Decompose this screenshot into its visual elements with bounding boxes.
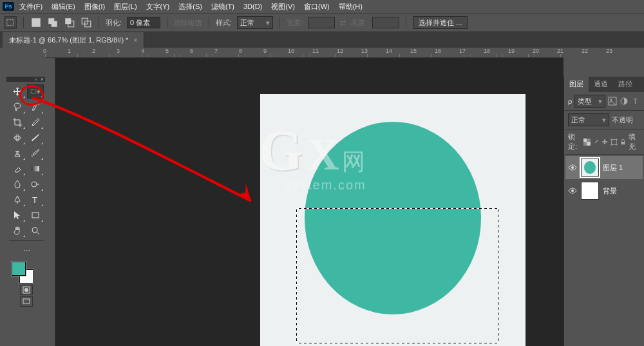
tab-title: 未标题-1 @ 66.7% (图层 1, RGB/8#) * [9,35,128,45]
tab-paths[interactable]: 路径 [613,77,638,92]
svg-point-30 [571,189,574,192]
dodge-tool[interactable] [27,177,44,191]
layer-name[interactable]: 图层 1 [603,163,640,173]
antialias-label: 消除锯齿 [174,18,202,28]
ps-logo: Ps [3,2,14,11]
type-tool[interactable]: T [27,193,44,207]
svg-rect-10 [14,137,21,139]
eyedropper-tool[interactable] [27,115,44,130]
new-selection-icon[interactable] [30,17,42,28]
tools-header[interactable]: «× [6,77,45,82]
style-label: 样式: [216,18,232,28]
svg-rect-3 [52,21,57,27]
quick-mask-row [9,285,44,295]
document-tab[interactable]: 未标题-1 @ 66.7% (图层 1, RGB/8#) * × [3,32,144,48]
feather-input[interactable]: 0 像素 [127,17,160,28]
spot-healing-tool[interactable] [9,131,26,145]
tab-channels[interactable]: 通道 [589,77,613,92]
layer-name[interactable]: 背景 [603,186,640,196]
svg-point-16 [32,227,37,233]
filter-kind-select[interactable]: 类型 [574,95,605,108]
options-bar: 羽化: 0 像素 消除锯齿 样式: 正常 宽度: ⇄ 高度: 选择并遮住 ... [0,13,644,32]
right-panel: 图层 通道 路径 ρ 类型 T 正常 不透明 锁定: 填充 图层 1 背景 [564,77,644,346]
document-canvas[interactable] [260,94,526,346]
lock-artboard-icon[interactable] [611,138,618,146]
rectangular-marquee-tool[interactable] [27,84,44,99]
history-brush-tool[interactable] [27,146,44,160]
svg-rect-15 [32,213,39,218]
gradient-tool[interactable] [27,162,44,176]
blend-mode-select[interactable]: 正常 [568,113,609,126]
layer-filter-row: ρ 类型 T [564,92,644,111]
hand-tool[interactable] [9,224,26,238]
fill-label: 填充 [629,132,640,151]
menu-filter[interactable]: 滤镜(T) [207,1,238,13]
path-selection-tool[interactable] [9,208,26,222]
height-label: 高度: [351,18,367,28]
svg-rect-19 [23,299,30,303]
edit-toolbar[interactable]: ⋯ [18,244,35,258]
layer-thumbnail[interactable] [581,182,599,200]
screen-mode-row [9,296,44,307]
zoom-tool[interactable] [27,224,44,238]
pen-tool[interactable] [9,193,26,207]
brush-tool[interactable] [27,131,44,145]
lasso-tool[interactable] [9,100,26,114]
menubar: Ps 文件(F) 编辑(E) 图像(I) 图层(L) 文字(Y) 选择(S) 滤… [0,0,644,13]
eraser-tool[interactable] [9,162,26,176]
tools-panel: T ⋯ [6,82,45,309]
layer-row-bg[interactable]: 背景 [565,179,643,202]
blend-mode-row: 正常 不透明 [564,111,644,130]
menu-window[interactable]: 窗口(W) [300,1,334,13]
crop-tool[interactable] [9,115,26,130]
svg-rect-8 [31,90,36,93]
marquee-rect-icon [6,18,15,27]
menu-help[interactable]: 帮助(H) [335,1,366,13]
menu-view[interactable]: 视图(V) [267,1,299,13]
quick-mask-toggle[interactable] [20,285,33,295]
intersect-selection-icon[interactable] [80,17,92,28]
filter-image-icon[interactable] [608,97,617,106]
blur-tool[interactable] [9,177,26,191]
tab-layers[interactable]: 图层 [564,77,589,92]
menu-edit[interactable]: 编辑(E) [48,1,79,13]
lock-transparency-icon[interactable] [583,138,591,146]
filter-type-icon[interactable]: T [631,97,640,106]
svg-text:T: T [32,195,37,205]
refine-edge-button[interactable]: 选择并遮住 ... [413,16,468,29]
lock-brush-icon[interactable] [592,138,600,146]
quick-selection-tool[interactable] [27,100,44,114]
layer-thumbnail[interactable] [581,159,599,177]
canvas-workspace[interactable] [55,58,564,346]
layers-list: 图层 1 背景 [564,155,644,204]
style-select[interactable]: 正常 [237,16,273,29]
menu-file[interactable]: 文件(F) [15,1,46,13]
svg-rect-27 [611,139,616,144]
color-swatches[interactable] [9,260,44,284]
panel-tabs: 图层 通道 路径 [564,77,644,92]
menu-3d[interactable]: 3D(D) [240,1,266,12]
tool-preset[interactable] [4,16,17,29]
clone-stamp-tool[interactable] [9,146,26,160]
screen-mode[interactable] [20,296,33,307]
foreground-color[interactable] [12,262,26,276]
visibility-icon[interactable] [568,186,577,195]
add-selection-icon[interactable] [47,17,59,28]
menu-image[interactable]: 图像(I) [80,1,109,13]
filter-adjust-icon[interactable] [620,97,629,106]
menu-select[interactable]: 选择(S) [175,1,206,13]
subtract-selection-icon[interactable] [64,17,75,28]
svg-text:T: T [633,97,638,105]
visibility-icon[interactable] [568,163,577,172]
rectangle-shape-tool[interactable] [27,208,44,222]
menu-type[interactable]: 文字(Y) [142,1,174,13]
ruler-vertical [45,58,55,346]
svg-point-29 [571,166,574,169]
marquee-selection[interactable] [296,208,498,343]
menu-layer[interactable]: 图层(L) [110,1,140,13]
close-tab-icon[interactable]: × [133,37,137,44]
layer-row-1[interactable]: 图层 1 [565,156,643,179]
lock-position-icon[interactable] [601,138,609,146]
lock-all-icon[interactable] [620,138,627,146]
move-tool[interactable] [9,84,26,99]
